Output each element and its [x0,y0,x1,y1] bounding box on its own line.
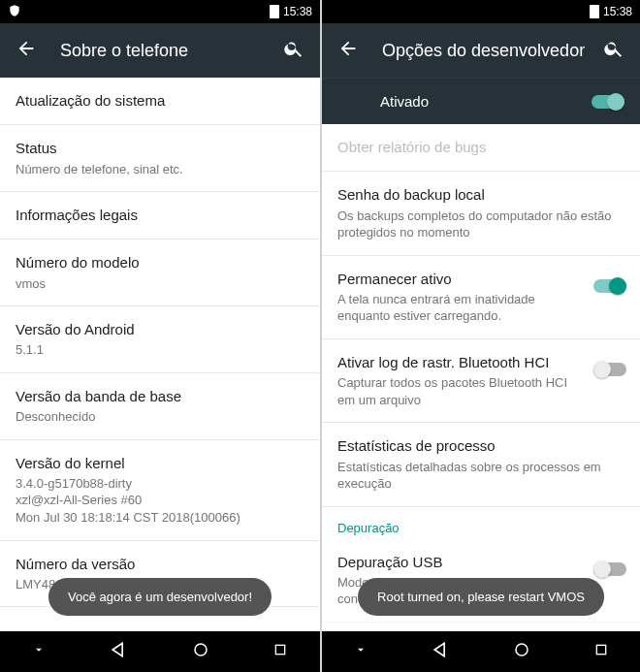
svg-rect-3 [596,645,605,654]
section-debug: Depuração [322,507,640,539]
usb-debug-switch[interactable] [593,560,626,578]
item-backup-password[interactable]: Senha do backup local Os backups complet… [322,172,640,255]
svg-point-0 [195,644,207,656]
activated-switch[interactable] [592,93,624,111]
activated-label: Ativado [380,93,592,110]
nav-home-icon[interactable] [192,641,209,662]
nav-bar [322,631,640,672]
shield-icon [8,4,21,20]
page-title: Sobre o telefone [60,41,275,61]
item-stay-awake[interactable]: Permanecer ativo A tela nunca entrará em… [322,256,640,339]
fade [322,614,640,631]
content-right: Obter relatório de bugs Senha do backup … [322,124,640,631]
item-system-update[interactable]: Atualização do sistema [0,78,320,125]
nav-back-icon[interactable] [109,640,128,663]
nav-back-icon[interactable] [431,640,450,663]
nav-home-icon[interactable] [513,641,530,662]
item-process-stats[interactable]: Estatísticas de processo Estatísticas de… [322,423,640,506]
battery-icon [270,5,279,18]
item-android-version[interactable]: Versão do Android 5.1.1 [0,306,320,373]
item-status[interactable]: Status Número de telefone, sinal etc. [0,125,320,192]
stay-awake-switch[interactable] [593,277,626,295]
nav-expand-icon[interactable] [354,643,368,660]
nav-expand-icon[interactable] [32,643,46,660]
status-bar: 15:38 [0,0,320,23]
search-button[interactable] [283,38,304,63]
back-button[interactable] [16,38,37,63]
search-button[interactable] [603,38,624,63]
status-time: 15:38 [283,5,312,18]
svg-rect-1 [276,645,285,654]
status-bar: 15:38 [322,0,640,23]
back-button[interactable] [337,38,359,63]
item-kernel[interactable]: Versão do kernel 3.4.0-g5170b88-dirty xz… [0,440,320,541]
toast-root: Root turned on, please restart VMOS [358,578,604,616]
activated-row[interactable]: Ativado [322,78,640,124]
nav-recent-icon[interactable] [272,642,288,661]
content-left: Atualização do sistema Status Número de … [0,78,320,631]
app-bar: Sobre o telefone [0,23,320,78]
toast-developer: Você agora é um desenvolvedor! [48,578,272,616]
phone-right: 15:38 Opções do desenvolvedor Ativado Ob… [320,0,640,672]
status-time: 15:38 [603,5,632,18]
item-legal[interactable]: Informações legais [0,192,320,240]
item-baseband[interactable]: Versão da banda de base Desconhecido [0,373,320,440]
nav-bar [0,631,320,672]
bt-hci-switch[interactable] [593,361,626,378]
nav-recent-icon[interactable] [593,642,609,661]
item-model[interactable]: Número do modelo vmos [0,240,320,306]
page-title: Opções do desenvolvedor [382,41,595,61]
battery-icon [590,5,599,18]
app-bar: Opções do desenvolvedor [322,23,640,78]
svg-point-2 [516,644,528,656]
item-bugreport: Obter relatório de bugs [322,124,640,172]
item-bt-hci-log[interactable]: Ativar log de rastr. Bluetooth HCI Captu… [322,339,640,423]
phone-left: 15:38 Sobre o telefone Atualização do si… [0,0,320,672]
